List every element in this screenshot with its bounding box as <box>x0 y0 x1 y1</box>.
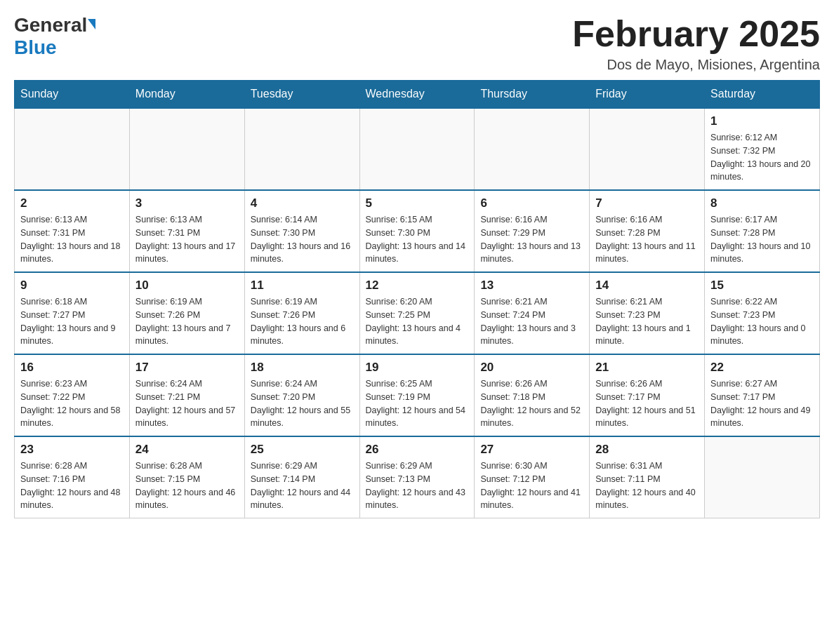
calendar-cell: 9Sunrise: 6:18 AMSunset: 7:27 PMDaylight… <box>15 272 130 354</box>
sun-info: Sunrise: 6:27 AMSunset: 7:17 PMDaylight:… <box>710 377 814 430</box>
day-number: 26 <box>366 443 469 457</box>
sun-info: Sunrise: 6:24 AMSunset: 7:21 PMDaylight:… <box>135 377 239 430</box>
calendar-cell <box>359 108 475 190</box>
calendar-cell <box>15 108 130 190</box>
sun-info: Sunrise: 6:12 AMSunset: 7:32 PMDaylight:… <box>710 131 814 184</box>
calendar-cell: 1Sunrise: 6:12 AMSunset: 7:32 PMDaylight… <box>705 108 820 190</box>
sun-info: Sunrise: 6:19 AMSunset: 7:26 PMDaylight:… <box>135 295 239 348</box>
calendar-cell: 28Sunrise: 6:31 AMSunset: 7:11 PMDayligh… <box>590 436 705 518</box>
calendar-cell: 20Sunrise: 6:26 AMSunset: 7:18 PMDayligh… <box>475 354 590 436</box>
calendar-cell: 6Sunrise: 6:16 AMSunset: 7:29 PMDaylight… <box>475 190 590 272</box>
calendar-header-wednesday: Wednesday <box>359 81 475 109</box>
sun-info: Sunrise: 6:21 AMSunset: 7:23 PMDaylight:… <box>595 295 699 348</box>
calendar-header-sunday: Sunday <box>15 81 130 109</box>
sun-info: Sunrise: 6:28 AMSunset: 7:16 PMDaylight:… <box>20 459 124 512</box>
calendar-cell: 17Sunrise: 6:24 AMSunset: 7:21 PMDayligh… <box>129 354 244 436</box>
calendar-cell: 14Sunrise: 6:21 AMSunset: 7:23 PMDayligh… <box>590 272 705 354</box>
day-number: 6 <box>480 196 583 210</box>
day-number: 24 <box>135 443 239 457</box>
calendar-cell: 16Sunrise: 6:23 AMSunset: 7:22 PMDayligh… <box>15 354 130 436</box>
location-subtitle: Dos de Mayo, Misiones, Argentina <box>572 57 820 73</box>
sun-info: Sunrise: 6:16 AMSunset: 7:28 PMDaylight:… <box>595 213 699 266</box>
calendar-cell: 25Sunrise: 6:29 AMSunset: 7:14 PMDayligh… <box>244 436 359 518</box>
sun-info: Sunrise: 6:22 AMSunset: 7:23 PMDaylight:… <box>710 295 814 348</box>
calendar-cell <box>129 108 244 190</box>
day-number: 3 <box>135 196 239 210</box>
calendar-cell: 24Sunrise: 6:28 AMSunset: 7:15 PMDayligh… <box>129 436 244 518</box>
calendar-cell: 22Sunrise: 6:27 AMSunset: 7:17 PMDayligh… <box>705 354 820 436</box>
calendar-cell: 21Sunrise: 6:26 AMSunset: 7:17 PMDayligh… <box>590 354 705 436</box>
calendar-week-row: 2Sunrise: 6:13 AMSunset: 7:31 PMDaylight… <box>15 190 820 272</box>
day-number: 20 <box>480 361 583 375</box>
calendar-cell: 5Sunrise: 6:15 AMSunset: 7:30 PMDaylight… <box>359 190 475 272</box>
sun-info: Sunrise: 6:13 AMSunset: 7:31 PMDaylight:… <box>135 213 239 266</box>
logo-arrow-icon <box>88 19 95 29</box>
calendar-header-thursday: Thursday <box>475 81 590 109</box>
day-number: 14 <box>595 279 699 293</box>
title-area: February 2025 Dos de Mayo, Misiones, Arg… <box>572 14 820 73</box>
day-number: 25 <box>251 443 354 457</box>
calendar-cell: 11Sunrise: 6:19 AMSunset: 7:26 PMDayligh… <box>244 272 359 354</box>
day-number: 4 <box>251 196 354 210</box>
sun-info: Sunrise: 6:30 AMSunset: 7:12 PMDaylight:… <box>480 459 583 512</box>
day-number: 9 <box>20 279 124 293</box>
day-number: 27 <box>480 443 583 457</box>
logo: General Blue <box>14 14 95 59</box>
sun-info: Sunrise: 6:14 AMSunset: 7:30 PMDaylight:… <box>251 213 354 266</box>
day-number: 15 <box>710 279 814 293</box>
sun-info: Sunrise: 6:29 AMSunset: 7:13 PMDaylight:… <box>366 459 469 512</box>
calendar-week-row: 9Sunrise: 6:18 AMSunset: 7:27 PMDaylight… <box>15 272 820 354</box>
month-title: February 2025 <box>572 14 820 54</box>
day-number: 5 <box>366 196 469 210</box>
calendar-header-monday: Monday <box>129 81 244 109</box>
sun-info: Sunrise: 6:29 AMSunset: 7:14 PMDaylight:… <box>251 459 354 512</box>
sun-info: Sunrise: 6:21 AMSunset: 7:24 PMDaylight:… <box>480 295 583 348</box>
calendar-cell: 13Sunrise: 6:21 AMSunset: 7:24 PMDayligh… <box>475 272 590 354</box>
logo-general: General <box>14 14 87 36</box>
day-number: 17 <box>135 361 239 375</box>
sun-info: Sunrise: 6:13 AMSunset: 7:31 PMDaylight:… <box>20 213 124 266</box>
calendar-header-row: SundayMondayTuesdayWednesdayThursdayFrid… <box>15 81 820 109</box>
calendar-cell: 8Sunrise: 6:17 AMSunset: 7:28 PMDaylight… <box>705 190 820 272</box>
calendar-cell: 18Sunrise: 6:24 AMSunset: 7:20 PMDayligh… <box>244 354 359 436</box>
sun-info: Sunrise: 6:25 AMSunset: 7:19 PMDaylight:… <box>366 377 469 430</box>
sun-info: Sunrise: 6:20 AMSunset: 7:25 PMDaylight:… <box>366 295 469 348</box>
calendar-cell: 27Sunrise: 6:30 AMSunset: 7:12 PMDayligh… <box>475 436 590 518</box>
day-number: 16 <box>20 361 124 375</box>
calendar-cell <box>590 108 705 190</box>
sun-info: Sunrise: 6:17 AMSunset: 7:28 PMDaylight:… <box>710 213 814 266</box>
day-number: 13 <box>480 279 583 293</box>
day-number: 11 <box>251 279 354 293</box>
calendar-cell: 2Sunrise: 6:13 AMSunset: 7:31 PMDaylight… <box>15 190 130 272</box>
sun-info: Sunrise: 6:18 AMSunset: 7:27 PMDaylight:… <box>20 295 124 348</box>
day-number: 21 <box>595 361 699 375</box>
calendar-cell: 19Sunrise: 6:25 AMSunset: 7:19 PMDayligh… <box>359 354 475 436</box>
calendar-header-tuesday: Tuesday <box>244 81 359 109</box>
day-number: 22 <box>710 361 814 375</box>
sun-info: Sunrise: 6:26 AMSunset: 7:18 PMDaylight:… <box>480 377 583 430</box>
sun-info: Sunrise: 6:24 AMSunset: 7:20 PMDaylight:… <box>251 377 354 430</box>
calendar-week-row: 23Sunrise: 6:28 AMSunset: 7:16 PMDayligh… <box>15 436 820 518</box>
day-number: 18 <box>251 361 354 375</box>
calendar-week-row: 1Sunrise: 6:12 AMSunset: 7:32 PMDaylight… <box>15 108 820 190</box>
page-header: General Blue February 2025 Dos de Mayo, … <box>14 14 820 73</box>
calendar-cell: 26Sunrise: 6:29 AMSunset: 7:13 PMDayligh… <box>359 436 475 518</box>
day-number: 7 <box>595 196 699 210</box>
day-number: 28 <box>595 443 699 457</box>
day-number: 8 <box>710 196 814 210</box>
day-number: 23 <box>20 443 124 457</box>
day-number: 1 <box>710 114 814 128</box>
calendar-cell: 7Sunrise: 6:16 AMSunset: 7:28 PMDaylight… <box>590 190 705 272</box>
sun-info: Sunrise: 6:15 AMSunset: 7:30 PMDaylight:… <box>366 213 469 266</box>
calendar-cell: 23Sunrise: 6:28 AMSunset: 7:16 PMDayligh… <box>15 436 130 518</box>
sun-info: Sunrise: 6:23 AMSunset: 7:22 PMDaylight:… <box>20 377 124 430</box>
calendar-header-saturday: Saturday <box>705 81 820 109</box>
sun-info: Sunrise: 6:16 AMSunset: 7:29 PMDaylight:… <box>480 213 583 266</box>
day-number: 19 <box>366 361 469 375</box>
calendar-table: SundayMondayTuesdayWednesdayThursdayFrid… <box>14 80 820 518</box>
day-number: 12 <box>366 279 469 293</box>
sun-info: Sunrise: 6:19 AMSunset: 7:26 PMDaylight:… <box>251 295 354 348</box>
calendar-cell: 15Sunrise: 6:22 AMSunset: 7:23 PMDayligh… <box>705 272 820 354</box>
sun-info: Sunrise: 6:26 AMSunset: 7:17 PMDaylight:… <box>595 377 699 430</box>
calendar-cell: 10Sunrise: 6:19 AMSunset: 7:26 PMDayligh… <box>129 272 244 354</box>
